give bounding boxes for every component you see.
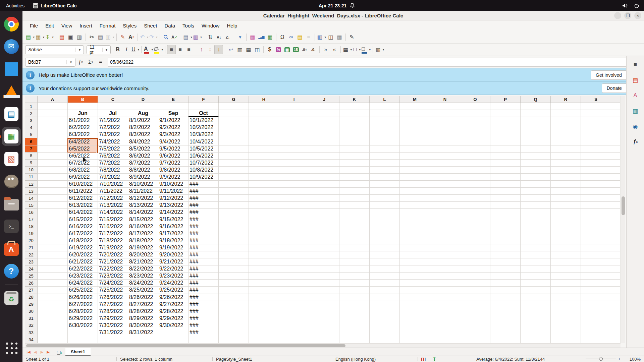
cell-L34[interactable]	[370, 336, 400, 343]
row-header-9[interactable]: 9	[25, 160, 38, 167]
cell-F25[interactable]: ###	[189, 273, 219, 280]
insert-columns-icon[interactable]: ▥	[193, 33, 202, 42]
cell-Q18[interactable]	[521, 223, 551, 230]
cell-B3[interactable]: 6/1/2022	[68, 117, 98, 124]
cell-C8[interactable]: 7/6/2022	[98, 153, 128, 160]
cell-P9[interactable]	[490, 160, 521, 167]
cell-H16[interactable]	[249, 209, 279, 216]
last-sheet-icon[interactable]: ▶|	[45, 350, 52, 354]
cell-E25[interactable]: 9/23/2022	[158, 273, 189, 280]
selection-statistics[interactable]: Average: 6/4/2022; Sum: 11/8/2144	[440, 357, 581, 362]
cell-S25[interactable]	[581, 273, 611, 280]
cell-S23[interactable]	[581, 258, 611, 265]
row-header-13[interactable]: 13	[25, 188, 38, 195]
cell-S33[interactable]	[581, 329, 611, 336]
cell-O23[interactable]	[460, 258, 490, 265]
cell-J2[interactable]	[309, 110, 339, 117]
cell-B15[interactable]: 6/13/2022	[68, 202, 98, 209]
cell-A25[interactable]	[38, 273, 68, 280]
undo-icon[interactable]: ↶	[140, 33, 149, 42]
cell-R23[interactable]	[551, 258, 581, 265]
cell-D20[interactable]: 8/18/2022	[128, 237, 158, 244]
next-sheet-icon[interactable]: ▶	[39, 350, 45, 354]
menu-file[interactable]: File	[26, 21, 41, 30]
cell-H30[interactable]	[249, 308, 279, 315]
cell-M1[interactable]	[400, 103, 430, 110]
cell-R6[interactable]	[551, 138, 581, 145]
chevron-down-icon[interactable]: ▾	[66, 60, 75, 64]
cell-G32[interactable]	[219, 322, 249, 329]
cell-N21[interactable]	[430, 244, 460, 251]
cell-D32[interactable]: 8/30/2022	[128, 322, 158, 329]
row-header-1[interactable]: 1	[25, 103, 38, 110]
cell-O1[interactable]	[460, 103, 490, 110]
cell-R15[interactable]	[551, 202, 581, 209]
get-involved-button[interactable]: Get involved	[591, 70, 627, 80]
cell-L4[interactable]	[370, 124, 400, 131]
cell-F9[interactable]: 10/7/2022	[189, 160, 219, 167]
cell-D26[interactable]: 8/24/2022	[128, 280, 158, 287]
cell-F29[interactable]: ###	[189, 301, 219, 308]
cell-C11[interactable]: 7/9/2022	[98, 174, 128, 181]
column-header-O[interactable]: O	[460, 96, 490, 103]
cell-Q1[interactable]	[521, 103, 551, 110]
cell-G5[interactable]	[219, 131, 249, 138]
cell-N27[interactable]	[430, 287, 460, 294]
cell-G33[interactable]	[219, 329, 249, 336]
cut-icon[interactable]: ✂	[88, 33, 96, 42]
borders-icon[interactable]: ▦	[342, 45, 352, 54]
cell-Q6[interactable]	[521, 138, 551, 145]
menu-tools[interactable]: Tools	[179, 21, 198, 30]
column-header-Q[interactable]: Q	[521, 96, 551, 103]
cell-H10[interactable]	[249, 167, 279, 174]
row-header-8[interactable]: 8	[25, 153, 38, 160]
format-percent-icon[interactable]: %	[274, 45, 283, 54]
cell-A34[interactable]	[38, 336, 68, 343]
cell-K6[interactable]	[339, 138, 370, 145]
row-header-3[interactable]: 3	[25, 117, 38, 124]
cell-B12[interactable]: 6/10/2022	[68, 181, 98, 188]
cell-G31[interactable]	[219, 315, 249, 322]
cell-R24[interactable]	[551, 265, 581, 273]
cell-K21[interactable]	[339, 244, 370, 251]
cell-C9[interactable]: 7/7/2022	[98, 160, 128, 167]
cell-A22[interactable]	[38, 251, 68, 258]
cell-C26[interactable]: 7/24/2022	[98, 280, 128, 287]
cell-R8[interactable]	[551, 153, 581, 160]
add-decimal-icon[interactable]: .0+	[300, 45, 309, 54]
column-header-R[interactable]: R	[551, 96, 581, 103]
cell-O16[interactable]	[460, 209, 490, 216]
cell-J15[interactable]	[309, 202, 339, 209]
cell-F6[interactable]: 10/4/2022	[189, 138, 219, 145]
cell-O2[interactable]	[460, 110, 490, 117]
cell-S32[interactable]	[581, 322, 611, 329]
draw-functions-icon[interactable]: ✎	[347, 33, 356, 42]
cell-B29[interactable]: 6/27/2022	[68, 301, 98, 308]
cell-L2[interactable]	[370, 110, 400, 117]
clone-formatting-icon[interactable]: ✎	[118, 33, 127, 42]
cell-J4[interactable]	[309, 124, 339, 131]
cell-E22[interactable]: 9/20/2022	[158, 251, 189, 258]
cell-O34[interactable]	[460, 336, 490, 343]
row-header-14[interactable]: 14	[25, 195, 38, 202]
cell-E26[interactable]: 9/24/2022	[158, 280, 189, 287]
cell-P8[interactable]	[490, 153, 521, 160]
cell-R28[interactable]	[551, 294, 581, 301]
cell-H32[interactable]	[249, 322, 279, 329]
cell-P4[interactable]	[490, 124, 521, 131]
cell-F4[interactable]: 10/2/2022	[189, 124, 219, 131]
cell-O9[interactable]	[460, 160, 490, 167]
cell-F17[interactable]: ###	[189, 216, 219, 223]
cell-S12[interactable]	[581, 181, 611, 188]
cell-G10[interactable]	[219, 167, 249, 174]
menu-help[interactable]: Help	[223, 21, 240, 30]
cell-K32[interactable]	[339, 322, 370, 329]
cell-P12[interactable]	[490, 181, 521, 188]
cell-H8[interactable]	[249, 153, 279, 160]
cell-S24[interactable]	[581, 265, 611, 273]
cell-K22[interactable]	[339, 251, 370, 258]
hyperlink-icon[interactable]: ∞	[287, 33, 296, 42]
previous-sheet-icon[interactable]: ◀	[32, 350, 39, 354]
minimize-button[interactable]: –	[614, 12, 621, 19]
cell-H12[interactable]	[249, 181, 279, 188]
